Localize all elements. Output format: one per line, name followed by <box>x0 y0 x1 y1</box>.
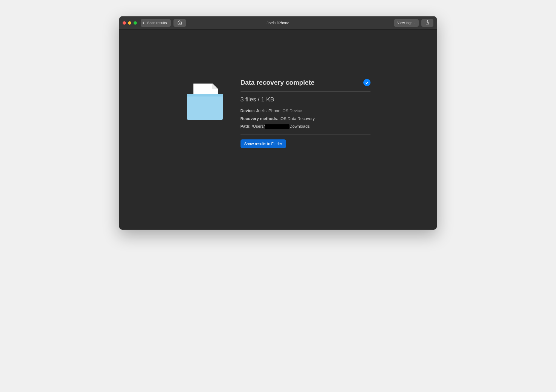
window-close-button[interactable] <box>123 21 126 25</box>
home-icon <box>177 20 182 26</box>
path-row: Path: /Users/Downloads <box>241 122 370 130</box>
folder-illustration <box>186 79 224 124</box>
device-name: Joel's iPhone <box>256 108 280 113</box>
path-label: Path: <box>241 124 251 128</box>
result-container: Data recovery complete 3 files / 1 KB De… <box>186 79 370 148</box>
traffic-lights <box>123 21 137 25</box>
device-label: Device: <box>241 108 255 113</box>
folder-icon <box>186 81 224 122</box>
share-button[interactable] <box>421 19 433 27</box>
divider <box>241 134 370 134</box>
view-logs-button[interactable]: View logs... <box>394 19 419 27</box>
content-area: Data recovery complete 3 files / 1 KB De… <box>119 30 437 230</box>
titlebar: Scan results Joel's iPhone View logs... <box>119 16 437 30</box>
finder-button-label: Show results in Finder <box>244 142 282 146</box>
window-minimize-button[interactable] <box>128 21 131 25</box>
result-details: Data recovery complete 3 files / 1 KB De… <box>241 79 370 148</box>
device-row: Device: Joel's iPhone iOS Device <box>241 107 370 115</box>
success-check-icon <box>363 79 370 86</box>
device-type: iOS Device <box>282 108 302 113</box>
methods-label: Recovery methods: <box>241 116 279 121</box>
window-zoom-button[interactable] <box>134 21 137 25</box>
window-title: Joel's iPhone <box>267 21 289 25</box>
methods-row: Recovery methods: iOS Data Recovery <box>241 115 370 123</box>
show-in-finder-button[interactable]: Show results in Finder <box>241 139 286 148</box>
methods-value: iOS Data Recovery <box>280 116 315 121</box>
path-redacted <box>265 124 289 129</box>
back-button-label: Scan results <box>147 21 167 25</box>
path-prefix: /Users/ <box>252 124 265 128</box>
result-summary: 3 files / 1 KB <box>241 96 370 103</box>
app-window: Scan results Joel's iPhone View logs... <box>119 16 437 230</box>
back-button[interactable]: Scan results <box>141 19 171 27</box>
share-icon <box>425 20 430 26</box>
home-button[interactable] <box>173 19 186 27</box>
path-suffix: Downloads <box>289 124 310 128</box>
result-heading: Data recovery complete <box>241 79 315 86</box>
chevron-left-icon <box>142 21 145 24</box>
view-logs-label: View logs... <box>397 21 415 25</box>
